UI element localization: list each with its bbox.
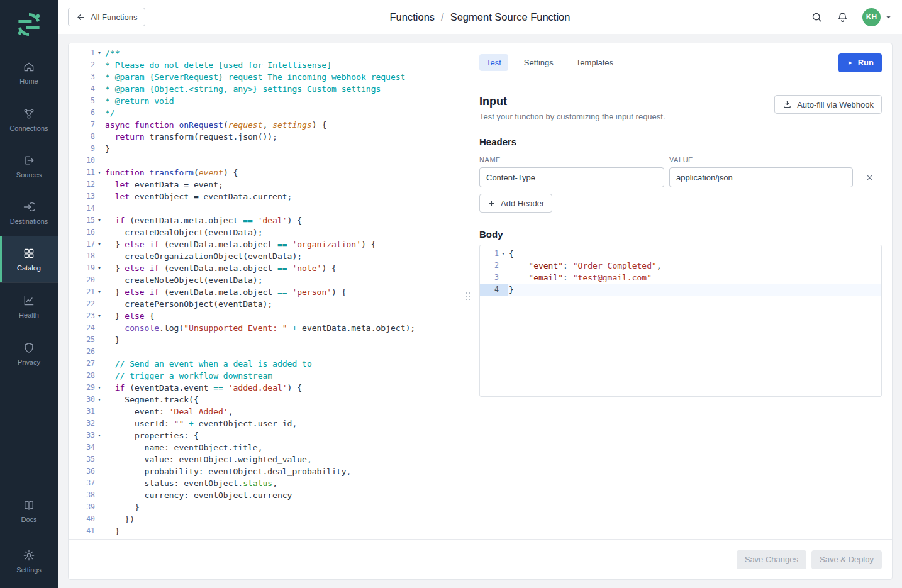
code-line[interactable]: 10 [69, 155, 469, 167]
code-line[interactable]: 6*/ [69, 107, 469, 119]
code-line[interactable]: 1▾/** [69, 47, 469, 59]
code-line[interactable]: 5* @return void [69, 95, 469, 107]
code-line[interactable]: 12 let eventData = event; [69, 179, 469, 191]
code-line[interactable]: 3 "email": "test@gmail.com" [480, 272, 881, 284]
code-line[interactable]: 27 // Send an event when a deal is added… [69, 358, 469, 370]
fold-caret-icon[interactable]: ▾ [499, 248, 508, 260]
sidebar-item-connections[interactable]: Connections [0, 96, 58, 143]
code-line[interactable]: 31 event: 'Deal Added', [69, 406, 469, 418]
line-number: 28 [69, 370, 95, 382]
code-line[interactable]: 24 console.log("Unsupported Event: " + e… [69, 322, 469, 334]
remove-header-button[interactable] [866, 174, 874, 182]
fold-caret-icon[interactable]: ▾ [95, 394, 104, 406]
header-value-input[interactable] [669, 167, 853, 187]
function-editor-card: 1▾/**2* Please do not delete [used for I… [68, 43, 893, 580]
code-token: event: [105, 407, 169, 416]
header-name-input[interactable] [479, 167, 664, 187]
code-line[interactable]: 16 createDealObject(eventData); [69, 226, 469, 238]
code-line[interactable]: 4} [480, 284, 881, 296]
line-gutter: 1▾ [69, 47, 104, 59]
code-line[interactable]: 1▾{ [480, 248, 881, 260]
save-deploy-button[interactable]: Save & Deploy [811, 550, 882, 569]
code-token: if [115, 383, 125, 392]
tab-settings[interactable]: Settings [517, 54, 560, 71]
code-line[interactable]: 3* @param {ServerRequest} request The in… [69, 71, 469, 83]
add-header-button[interactable]: Add Header [479, 194, 552, 213]
fold-caret-icon[interactable]: ▾ [95, 430, 104, 441]
fold-spacer [95, 537, 104, 539]
code-line[interactable]: 13 let eventObject = eventData.current; [69, 191, 469, 202]
notifications-button[interactable] [837, 11, 849, 23]
code-token: if [115, 216, 125, 225]
all-functions-button[interactable]: All Functions [68, 8, 145, 26]
code-line[interactable]: 11▾function transform(event) { [69, 167, 469, 179]
code-line[interactable]: 7async function onRequest(request, setti… [69, 119, 469, 131]
run-button[interactable]: Run [838, 53, 882, 72]
code-line[interactable]: 37 status: eventObject.status, [69, 477, 469, 489]
code-line[interactable]: 8 return transform(request.json()); [69, 131, 469, 143]
body-editor[interactable]: 1▾{2 "event": "Order Completed",3 "email… [479, 245, 882, 397]
code-line[interactable]: 33▾ properties: { [69, 430, 469, 441]
code-line[interactable]: 34 name: eventObject.title, [69, 441, 469, 453]
code-line[interactable]: 39 } [69, 501, 469, 513]
fold-caret-icon[interactable]: ▾ [95, 214, 104, 226]
sidebar-item-sources[interactable]: Sources [0, 143, 58, 189]
code-line[interactable]: 2* Please do not delete [used for Intell… [69, 59, 469, 71]
sidebar-item-docs[interactable]: Docs [0, 487, 58, 534]
account-menu[interactable]: KH [862, 8, 892, 26]
code-line[interactable]: 41 } [69, 525, 469, 537]
sidebar-item-home[interactable]: Home [0, 49, 58, 96]
code-line[interactable]: 40 }) [69, 513, 469, 525]
code-line[interactable]: 23▾ } else { [69, 310, 469, 322]
code-line[interactable]: 36 probability: eventObject.deal_probabi… [69, 465, 469, 477]
line-number: 25 [69, 334, 95, 346]
code-line[interactable]: 21▾ } else if (eventData.meta.object == … [69, 286, 469, 298]
code-line[interactable]: 18 createOrganizationObject(eventData); [69, 250, 469, 262]
sidebar-item-privacy[interactable]: Privacy [0, 330, 58, 377]
tab-templates[interactable]: Templates [569, 54, 620, 71]
code-line[interactable]: 29▾ if (eventData.event == 'added.deal')… [69, 382, 469, 394]
code-line[interactable]: 28 // trigger a workflow downstream [69, 370, 469, 382]
code-line[interactable]: 42} [69, 537, 469, 539]
line-number: 29 [69, 382, 95, 394]
code-line[interactable]: 20 createNoteObject(eventData); [69, 274, 469, 286]
fold-caret-icon[interactable]: ▾ [95, 262, 104, 274]
code-token: ( [194, 168, 199, 177]
fold-caret-icon[interactable]: ▾ [95, 382, 104, 394]
code-line[interactable]: 22 createPersonObject(eventData); [69, 298, 469, 310]
code-line[interactable]: 35 value: eventObject.weighted_value, [69, 453, 469, 465]
code-line[interactable]: 9} [69, 143, 469, 155]
code-line[interactable]: 15▾ if (eventData.meta.object == 'deal')… [69, 214, 469, 226]
code-token: } [105, 263, 125, 273]
line-number: 19 [69, 262, 95, 274]
code-line[interactable]: 26 [69, 346, 469, 358]
code-line[interactable]: 17▾ } else if (eventData.meta.object == … [69, 238, 469, 250]
code-line[interactable]: 4* @param {Object.<string, any>} setting… [69, 83, 469, 95]
search-button[interactable] [811, 11, 823, 23]
sidebar-item-destinations[interactable]: Destinations [0, 189, 58, 236]
segment-logo[interactable] [0, 0, 58, 49]
fold-caret-icon[interactable]: ▾ [95, 286, 104, 298]
fold-caret-icon[interactable]: ▾ [95, 238, 104, 250]
save-changes-button[interactable]: Save Changes [737, 550, 806, 569]
code-line[interactable]: 2 "event": "Order Completed", [480, 260, 881, 272]
sidebar-item-settings[interactable]: Settings [0, 538, 58, 584]
fold-caret-icon[interactable]: ▾ [95, 47, 104, 59]
code-line[interactable]: 19▾ } else if (eventData.meta.object == … [69, 262, 469, 274]
code-line[interactable]: 25 } [69, 334, 469, 346]
pane-resize-handle[interactable] [464, 290, 473, 304]
code-line[interactable]: 14 [69, 202, 469, 214]
fold-caret-icon[interactable]: ▾ [95, 167, 104, 179]
header-column-labels: NAME VALUE [479, 156, 882, 164]
sidebar-item-health[interactable]: Health [0, 283, 58, 330]
code-line[interactable]: 38 currency: eventObject.currency [69, 489, 469, 501]
code-line[interactable]: 32 userId: "" + eventObject.user_id, [69, 418, 469, 430]
code-line[interactable]: 30▾ Segment.track({ [69, 394, 469, 406]
fold-caret-icon[interactable]: ▾ [95, 310, 104, 322]
breadcrumb-functions[interactable]: Functions [390, 11, 435, 23]
code-token: } [105, 287, 125, 297]
sidebar-item-catalog[interactable]: Catalog [0, 236, 58, 282]
tab-test[interactable]: Test [479, 54, 508, 71]
code-editor[interactable]: 1▾/**2* Please do not delete [used for I… [69, 43, 469, 539]
autofill-webhook-button[interactable]: Auto-fill via Webhook [774, 95, 882, 114]
